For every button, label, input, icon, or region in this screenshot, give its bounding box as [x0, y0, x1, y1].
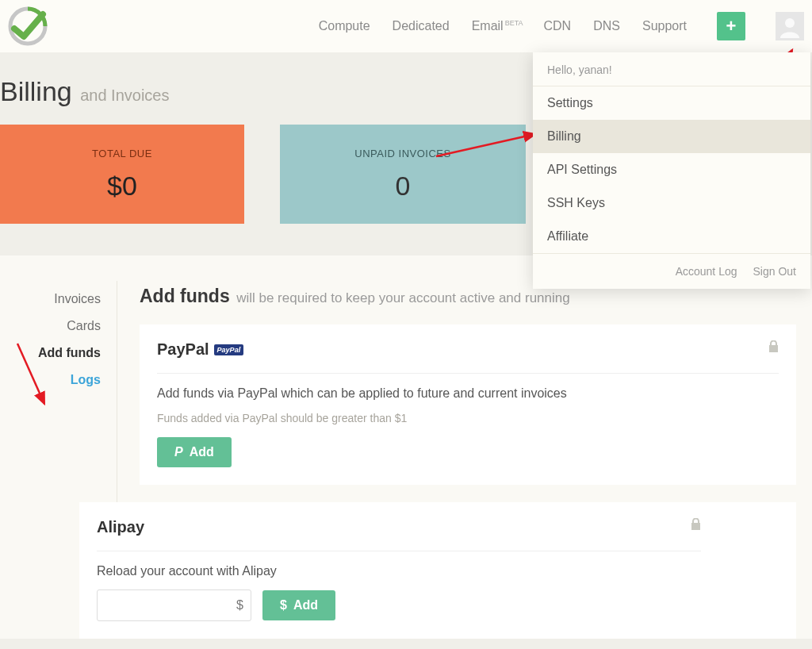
paypal-add-label: Add — [190, 445, 214, 459]
dropdown-account-log[interactable]: Account Log — [676, 265, 737, 278]
alipay-input-row: $ $ Add — [97, 589, 701, 621]
page-title: Billing — [0, 76, 72, 106]
sidebar-invoices[interactable]: Invoices — [0, 286, 117, 313]
svg-point-1 — [785, 18, 795, 28]
header: Compute Dedicated EmailBETA CDN DNS Supp… — [0, 0, 812, 52]
alipay-header: Alipay — [97, 518, 701, 551]
nav: Compute Dedicated EmailBETA CDN DNS Supp… — [319, 12, 804, 40]
dropdown-ssh[interactable]: SSH Keys — [533, 186, 810, 220]
add-button[interactable]: + — [717, 12, 745, 40]
alipay-title: Alipay — [97, 518, 144, 536]
nav-support[interactable]: Support — [642, 19, 687, 33]
logo[interactable] — [0, 0, 56, 52]
avatar[interactable] — [776, 12, 804, 40]
dropdown-affiliate[interactable]: Affiliate — [533, 220, 810, 253]
svg-line-3 — [436, 134, 535, 156]
content-subtitle: will be required to keep your account ac… — [236, 290, 570, 305]
alipay-amount-wrap: $ — [97, 589, 251, 621]
dropdown-api[interactable]: API Settings — [533, 153, 810, 186]
content-title: Add funds — [140, 286, 230, 306]
alipay-add-button[interactable]: $ Add — [262, 590, 335, 620]
content-area: Add funds will be required to keep your … — [117, 281, 812, 639]
alipay-panel: Alipay Reload your account with Alipay $… — [79, 502, 796, 639]
unpaid-value: 0 — [396, 171, 411, 202]
content-header: Add funds will be required to keep your … — [140, 286, 796, 307]
paypal-panel: PayPal PayPal Add funds via PayPal which… — [140, 324, 796, 485]
nav-cdn[interactable]: CDN — [544, 19, 572, 33]
beta-badge: BETA — [505, 19, 523, 27]
annotation-arrow-addfunds — [10, 337, 53, 413]
annotation-arrow-billing — [432, 123, 543, 163]
alipay-desc: Reload your account with Alipay — [97, 564, 701, 578]
svg-line-4 — [17, 344, 44, 404]
nav-compute[interactable]: Compute — [319, 19, 370, 33]
lock-icon — [691, 518, 701, 532]
alipay-add-label: Add — [293, 598, 318, 613]
dropdown-hello: Hello, yanan! — [533, 52, 810, 86]
lower-section: Invoices Cards Add funds Logs Add funds … — [0, 255, 812, 639]
nav-email-label: Email — [472, 19, 504, 33]
total-due-value: $0 — [107, 171, 137, 202]
dropdown-settings[interactable]: Settings — [533, 86, 810, 120]
currency-suffix: $ — [236, 598, 243, 613]
paypal-note: Funds added via PayPal should be greater… — [157, 412, 779, 424]
plus-icon: + — [726, 16, 737, 36]
paypal-badge-icon: PayPal — [214, 344, 244, 355]
paypal-desc: Add funds via PayPal which can be applie… — [157, 386, 779, 401]
sidebar-cards[interactable]: Cards — [0, 313, 117, 340]
alipay-amount-input[interactable] — [97, 589, 251, 621]
paypal-add-button[interactable]: P Add — [157, 437, 232, 467]
nav-dns[interactable]: DNS — [593, 19, 620, 33]
page-subtitle: and Invoices — [80, 86, 169, 104]
dropdown-footer: Account Log Sign Out — [533, 253, 810, 289]
card-total-due[interactable]: TOTAL DUE $0 — [0, 125, 244, 224]
dollar-icon: $ — [280, 598, 287, 613]
paypal-title: PayPal — [157, 340, 209, 359]
paypal-p-icon: P — [174, 445, 183, 459]
dropdown-billing[interactable]: Billing — [533, 120, 810, 153]
nav-email[interactable]: EmailBETA — [472, 19, 522, 33]
lock-icon — [768, 340, 779, 355]
user-dropdown: Hello, yanan! Settings Billing API Setti… — [533, 52, 810, 289]
total-due-label: TOTAL DUE — [92, 148, 152, 159]
dropdown-sign-out[interactable]: Sign Out — [753, 265, 796, 278]
nav-dedicated[interactable]: Dedicated — [393, 19, 450, 33]
paypal-header: PayPal PayPal — [157, 340, 779, 374]
